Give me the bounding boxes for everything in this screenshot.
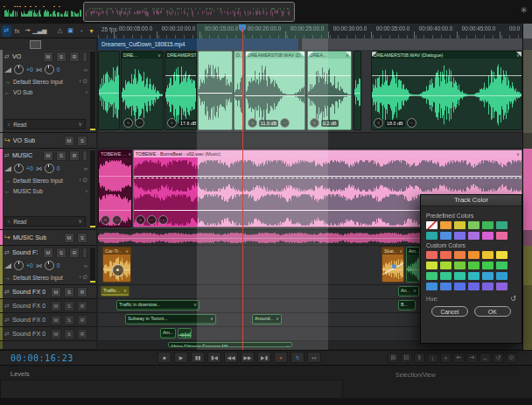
- fade-out-handle[interactable]: [346, 52, 351, 57]
- color-swatch[interactable]: [454, 272, 466, 280]
- cancel-button[interactable]: Cancel: [431, 306, 468, 317]
- clip-header[interactable]: B...: [399, 301, 415, 308]
- color-swatch[interactable]: [496, 251, 508, 259]
- solo-button[interactable]: S: [64, 301, 74, 311]
- color-swatch[interactable]: [468, 232, 480, 240]
- solo-button[interactable]: S: [77, 136, 88, 146]
- restore-zoom-button[interactable]: ↺: [493, 353, 504, 363]
- audio-clip[interactable]: Skat...∨: [382, 247, 404, 283]
- zoom-to-out-point-button[interactable]: ⇥: [466, 353, 478, 363]
- track-header-sound-fx-02[interactable]: ⇄Sound FX 02MSR: [0, 285, 96, 299]
- selection-view-panel-tab[interactable]: Selection/View: [396, 372, 436, 378]
- volume-knob[interactable]: [14, 65, 24, 74]
- clip-menu-chevron-icon[interactable]: ∨: [413, 287, 416, 294]
- video-track-header[interactable]: [0, 38, 96, 51]
- clip-header[interactable]: Am...: [407, 248, 419, 255]
- clip-menu-chevron-icon[interactable]: ∨: [399, 248, 402, 255]
- clip-header[interactable]: Africa Ethiopia Emperor Mil...∨: [169, 343, 291, 347]
- audio-clip[interactable]: DREA...∨≈9.2 dB: [307, 51, 352, 130]
- audio-clip[interactable]: An...∨: [398, 286, 419, 297]
- input-selector[interactable]: Default Stereo Input: [13, 275, 63, 281]
- color-swatch[interactable]: [496, 221, 508, 229]
- skip-to-start-button[interactable]: ▮◀: [207, 352, 221, 363]
- audio-clip[interactable]: [98, 51, 120, 130]
- audio-clip[interactable]: Am...: [160, 328, 176, 339]
- input-selector[interactable]: Default Stereo Input: [13, 178, 63, 184]
- loop-overview[interactable]: ◔: [76, 25, 86, 37]
- zoom-to-selection-button[interactable]: ↔: [480, 353, 491, 363]
- color-swatch[interactable]: [440, 262, 452, 269]
- clip-header[interactable]: Traffic...∨: [102, 287, 129, 294]
- zoom-full-button[interactable]: ⊙: [506, 353, 517, 363]
- clip-menu-chevron-icon[interactable]: ∨: [193, 301, 197, 308]
- color-swatch[interactable]: [426, 251, 438, 259]
- audio-clip[interactable]: Traffic...∨: [101, 286, 130, 297]
- clip-menu-chevron-icon[interactable]: ∨: [210, 315, 214, 322]
- color-swatch[interactable]: [482, 221, 494, 229]
- mute-button[interactable]: M: [43, 248, 53, 258]
- color-swatch[interactable]: [482, 262, 494, 269]
- audio-clip[interactable]: [354, 51, 361, 130]
- volume-knob[interactable]: [14, 164, 24, 173]
- color-swatch[interactable]: [496, 283, 508, 290]
- clip-header[interactable]: DRE...∨: [122, 52, 163, 59]
- clip-gain-envelope-line[interactable]: [246, 75, 304, 76]
- levels-panel-tab[interactable]: Levels: [10, 370, 30, 378]
- color-swatch[interactable]: [440, 232, 452, 240]
- zoom-in-vertical-button[interactable]: ⇕: [414, 353, 425, 363]
- clip-gain-envelope-line[interactable]: [308, 75, 351, 76]
- color-swatch[interactable]: [468, 283, 480, 290]
- color-swatch[interactable]: [482, 283, 494, 290]
- arm-button[interactable]: R: [77, 301, 88, 311]
- snapping[interactable]: ▣: [66, 25, 75, 37]
- solo-button[interactable]: S: [64, 315, 74, 325]
- no-color-swatch[interactable]: [426, 221, 438, 229]
- color-swatch[interactable]: [468, 262, 480, 269]
- zoom-to-in-point-button[interactable]: ⇤: [453, 353, 465, 363]
- settings-star-icon[interactable]: ✳: [521, 6, 528, 15]
- track-header-sound-fx-05[interactable]: ⇄Sound FX 05MSR: [0, 327, 96, 341]
- audio-clip[interactable]: Subway in Toront...∨: [125, 314, 216, 325]
- color-swatch[interactable]: [468, 272, 480, 280]
- color-swatch[interactable]: [482, 272, 494, 280]
- clip-gain-icon[interactable]: ≈: [167, 118, 177, 128]
- clip-header[interactable]: DREAMERST08.WAV ...∨: [165, 52, 196, 59]
- mute-button[interactable]: M: [64, 136, 74, 146]
- arm-button[interactable]: R: [77, 287, 88, 297]
- pause-button[interactable]: ▮▮: [191, 352, 205, 363]
- arm-button[interactable]: R: [69, 150, 80, 161]
- color-swatch[interactable]: [426, 283, 438, 290]
- metering[interactable]: ▁▃▅: [33, 25, 46, 37]
- mute-button[interactable]: M: [51, 329, 61, 339]
- clip-header[interactable]: Car-Tr...∨: [103, 248, 130, 255]
- audio-clip[interactable]: Traffic in downtow...∨: [116, 300, 200, 311]
- color-swatch[interactable]: [426, 232, 438, 240]
- color-swatch[interactable]: [468, 251, 480, 259]
- pan-knob[interactable]: [45, 164, 54, 173]
- solo-button[interactable]: S: [56, 150, 66, 161]
- clip-header[interactable]: TOBEWE - BurnsBeat - v02.wav (Music)∨: [134, 150, 522, 157]
- ok-button[interactable]: OK: [474, 306, 511, 317]
- track-header-music-sub[interactable]: ↪MUSIC SubMS: [0, 230, 96, 246]
- clip-header[interactable]: Subway in Toront...∨: [126, 315, 215, 322]
- audio-clip[interactable]: D...: [234, 51, 244, 130]
- clip-volume-envelope-line[interactable]: [134, 178, 522, 178]
- clip-menu-chevron-icon[interactable]: ∨: [125, 248, 129, 255]
- clip-header[interactable]: Around...∨: [253, 315, 281, 322]
- dialog-title[interactable]: Track Color: [421, 195, 522, 206]
- arm-button[interactable]: R: [69, 248, 80, 258]
- zoom-reset-button[interactable]: +: [440, 353, 452, 363]
- mute-button[interactable]: M: [43, 150, 53, 161]
- color-swatch[interactable]: [454, 221, 466, 229]
- clip-fx-icon[interactable]: ⋯: [147, 215, 157, 225]
- clip-fx-icon[interactable]: ⋯: [280, 118, 290, 128]
- clip-menu-chevron-icon[interactable]: ∨: [158, 52, 161, 59]
- skip-to-end-button[interactable]: ▶▮: [257, 352, 271, 363]
- audio-clip[interactable]: TOBEWE ...∨≈⋯: [98, 150, 132, 227]
- clip-header[interactable]: An...∨: [399, 287, 418, 294]
- audio-clip[interactable]: [178, 328, 192, 339]
- color-swatch[interactable]: [482, 251, 494, 259]
- output-selector[interactable]: VO Sub: [13, 89, 32, 95]
- clip-fx-icon[interactable]: ⋯: [112, 215, 122, 225]
- vertical-scrollbar[interactable]: [522, 24, 532, 350]
